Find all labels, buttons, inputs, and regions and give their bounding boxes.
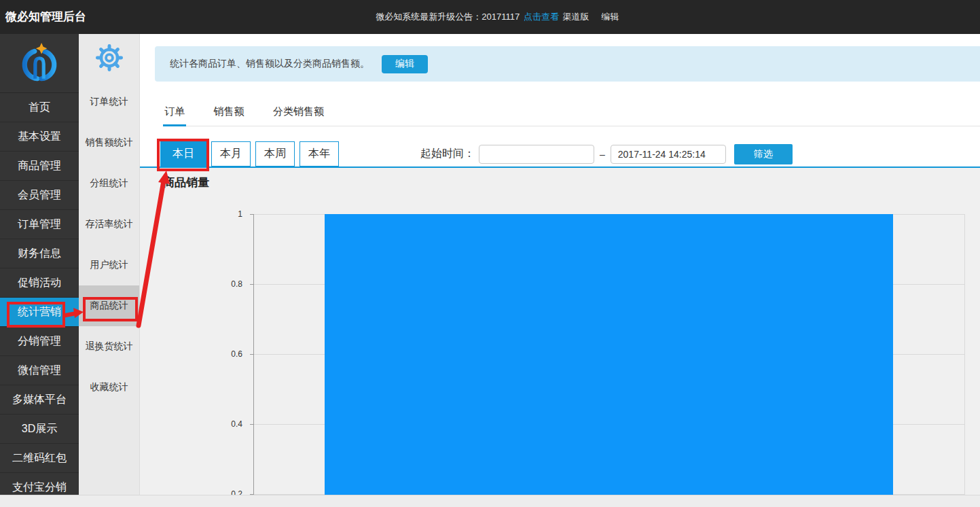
sidebar-item-home[interactable]: 首页 (0, 93, 79, 122)
announcement-view-link[interactable]: 点击查看 (524, 12, 559, 22)
submenu-item-product-stats[interactable]: 商品统计 (79, 285, 139, 326)
time-range-separator: – (600, 149, 605, 160)
filter-submit-button[interactable]: 筛选 (734, 144, 793, 164)
sidebar-item-order-management[interactable]: 订单管理 (0, 210, 79, 239)
sidebar-item-distribution-management[interactable]: 分销管理 (0, 327, 79, 356)
y-tick-label-1: 1 (202, 209, 242, 219)
chart-bar-sales (325, 214, 893, 507)
chart-title: 商品销量 (163, 175, 209, 190)
end-time-input[interactable] (611, 145, 726, 164)
sidebar-item-multimedia-platform[interactable]: 多媒体平台 (0, 385, 79, 415)
channel-version-label: 渠道版 (563, 12, 589, 22)
chart-right-border (964, 214, 965, 507)
range-button-year[interactable]: 本年 (300, 141, 339, 167)
announcement-text: 微必知系统最新升级公告：20171117 (376, 12, 520, 22)
start-time-label: 起始时间： (420, 147, 475, 161)
submenu-item-return-stats[interactable]: 退换货统计 (79, 326, 139, 367)
range-button-month[interactable]: 本月 (211, 141, 251, 167)
tab-orders[interactable]: 订单 (163, 105, 186, 126)
start-time-input[interactable] (479, 145, 594, 164)
logo (0, 34, 79, 93)
submenu-item-sales-stats[interactable]: 销售额统计 (79, 122, 139, 163)
y-tick-label-0-4: 0.4 (202, 419, 242, 429)
horizontal-scrollbar[interactable] (0, 495, 980, 507)
sidebar-item-wechat-management[interactable]: 微信管理 (0, 356, 79, 385)
sidebar-item-finance-info[interactable]: 财务信息 (0, 239, 79, 268)
submenu-item-user-stats[interactable]: 用户统计 (79, 245, 139, 285)
range-button-week[interactable]: 本周 (255, 141, 295, 167)
info-edit-button[interactable]: 编辑 (382, 55, 428, 73)
gear-icon[interactable] (94, 43, 124, 73)
y-tick-label-0-6: 0.6 (202, 349, 242, 359)
submenu-item-favorite-stats[interactable]: 收藏统计 (79, 367, 139, 408)
announcement-edit-link[interactable]: 编辑 (601, 12, 619, 22)
info-text: 统计各商品订单、销售额以及分类商品销售额。 (170, 58, 369, 70)
submenu-item-survival-stats[interactable]: 存活率统计 (79, 204, 139, 245)
submenu-item-order-stats[interactable]: 订单统计 (79, 82, 139, 122)
app-title: 微必知管理后台 (5, 0, 86, 34)
chart-panel: 商品销量 1 0.8 0.6 0.4 0.2 (140, 168, 980, 507)
y-tick-label-0-8: 0.8 (202, 279, 242, 289)
sidebar-item-promotions[interactable]: 促销活动 (0, 268, 79, 298)
tab-category-sales[interactable]: 分类销售额 (272, 105, 325, 124)
range-button-today[interactable]: 本日 (160, 141, 206, 167)
sidebar-item-product-management[interactable]: 商品管理 (0, 152, 79, 181)
submenu-item-group-stats[interactable]: 分组统计 (79, 163, 139, 204)
sidebar-item-basic-settings[interactable]: 基本设置 (0, 122, 79, 152)
info-banner: 统计各商品订单、销售额以及分类商品销售额。 编辑 (155, 46, 980, 82)
sidebar-item-qrcode-redpacket[interactable]: 二维码红包 (0, 444, 79, 473)
sidebar-item-member-management[interactable]: 会员管理 (0, 181, 79, 210)
main-content: 统计各商品订单、销售额以及分类商品销售额。 编辑 订单 销售额 分类销售额 本日… (140, 34, 980, 507)
statistics-submenu: 订单统计 销售额统计 分组统计 存活率统计 用户统计 商品统计 退换货统计 收藏… (79, 34, 140, 507)
brand-logo-icon (18, 42, 60, 84)
stats-tabs: 订单 销售额 分类销售额 (163, 105, 980, 126)
sidebar-item-statistics-marketing[interactable]: 统计营销 (0, 298, 79, 327)
topbar: 微必知管理后台 微必知系统最新升级公告：20171117 点击查看 渠道版 编辑 (0, 0, 980, 34)
tab-sales[interactable]: 销售额 (212, 105, 245, 124)
announcement: 微必知系统最新升级公告：20171117 点击查看 渠道版 编辑 (376, 0, 619, 34)
y-axis-line (253, 214, 254, 507)
sidebar-item-3d-display[interactable]: 3D展示 (0, 415, 79, 444)
filter-row: 本日 本月 本周 本年 起始时间： – 筛选 (140, 141, 980, 168)
main-sidebar: 首页 基本设置 商品管理 会员管理 订单管理 财务信息 促销活动 统计营销 分销… (0, 34, 79, 507)
